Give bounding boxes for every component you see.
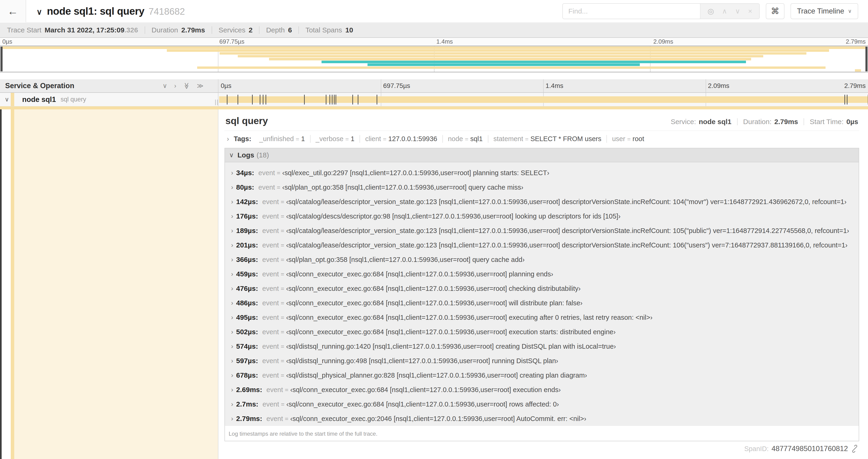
minimap-graph[interactable] bbox=[0, 46, 868, 72]
log-timestamp: 2.69ms: bbox=[236, 386, 262, 394]
minimap-scrubber-right-handle[interactable] bbox=[865, 47, 868, 71]
minimap-span-bar bbox=[855, 69, 861, 72]
log-event-value: ‹sql/exec_util.go:2297 [nsql1,client=127… bbox=[282, 169, 549, 177]
logs-accordion-header[interactable]: ∨ Logs (18) bbox=[225, 148, 859, 162]
log-timestamp: 459µs: bbox=[236, 270, 258, 278]
span-row-name-cell[interactable]: ∨ node sql1 sql query bbox=[0, 93, 218, 106]
tag-item: node=sql1 bbox=[442, 135, 488, 143]
log-entry-row[interactable]: ›2.69ms:event=‹sql/conn_executor_exec.go… bbox=[225, 383, 859, 397]
span-duration-bar[interactable] bbox=[219, 96, 868, 103]
chevron-right-icon[interactable]: › bbox=[228, 184, 236, 191]
log-event-key: event bbox=[262, 227, 279, 235]
log-entry-row[interactable]: ›2.7ms:event=‹sql/conn_executor_exec.go:… bbox=[225, 397, 859, 412]
duration-label: Duration: bbox=[743, 118, 772, 126]
back-button[interactable]: ← bbox=[0, 0, 26, 22]
collapse-one-icon[interactable]: ∨ bbox=[163, 83, 167, 89]
chevron-right-icon[interactable]: › bbox=[228, 386, 236, 393]
column-resizer-grip[interactable]: || bbox=[215, 98, 219, 106]
minimap-canvas[interactable] bbox=[2, 46, 866, 72]
collapse-trace-chevron-icon[interactable]: ∨ bbox=[36, 7, 42, 17]
chevron-right-icon: › bbox=[227, 135, 229, 143]
chevron-right-icon[interactable]: › bbox=[228, 256, 236, 263]
chevron-right-icon[interactable]: › bbox=[228, 299, 236, 307]
chevron-right-icon[interactable]: › bbox=[228, 270, 236, 278]
log-event-value: ‹sql/catalog/descs/descriptor.go:98 [nsq… bbox=[286, 212, 620, 220]
chevron-right-icon[interactable]: › bbox=[228, 342, 236, 350]
log-entry-row[interactable]: ›201µs:event=‹sql/catalog/lease/descript… bbox=[225, 238, 859, 252]
find-next-icon[interactable]: ∨ bbox=[735, 7, 740, 15]
service-operation-header: Service & Operation ∨ › ≫ ≫ bbox=[0, 79, 218, 93]
log-event-tick bbox=[263, 95, 264, 104]
keyboard-shortcuts-button[interactable]: ⌘ bbox=[766, 3, 784, 19]
find-input[interactable] bbox=[563, 4, 700, 19]
page-title: node sql1: sql query bbox=[47, 5, 145, 17]
log-entry-row[interactable]: ›502µs:event=‹sql/conn_executor_exec.go:… bbox=[225, 325, 859, 339]
chevron-right-icon[interactable]: › bbox=[228, 371, 236, 379]
log-entry-row[interactable]: ›142µs:event=‹sql/catalog/lease/descript… bbox=[225, 195, 859, 209]
log-equals: = bbox=[281, 372, 284, 379]
log-event-value: ‹sql/distsql_physical_planner.go:828 [ns… bbox=[286, 371, 587, 379]
chevron-right-icon[interactable]: › bbox=[228, 241, 236, 249]
divider bbox=[804, 118, 804, 125]
chevron-right-icon[interactable]: › bbox=[228, 328, 236, 336]
timeline-ruler: 0µs697.75µs1.4ms2.09ms2.79ms bbox=[218, 79, 868, 93]
chevron-right-icon[interactable]: › bbox=[228, 415, 236, 422]
view-selector-button[interactable]: Trace Timeline ∨ bbox=[790, 3, 858, 19]
log-entry-row[interactable]: ›574µs:event=‹sql/distsql_running.go:142… bbox=[225, 339, 859, 354]
log-entry-row[interactable]: ›366µs:event=‹sql/plan_opt.go:358 [nsql1… bbox=[225, 252, 859, 267]
log-event-value: ‹sql/conn_executor_exec.go:684 [nsql1,cl… bbox=[286, 299, 582, 307]
deep-link-icon[interactable] bbox=[851, 445, 859, 453]
log-entry-row[interactable]: ›80µs:event=‹sql/plan_opt.go:358 [nsql1,… bbox=[225, 180, 859, 195]
log-timestamp: 176µs: bbox=[236, 212, 258, 220]
find-clear-icon[interactable]: × bbox=[748, 7, 752, 15]
expand-one-icon[interactable]: › bbox=[174, 83, 176, 89]
log-timestamp: 495µs: bbox=[236, 314, 258, 321]
minimap-scrubber-left-handle[interactable] bbox=[0, 47, 3, 71]
span-collapse-chevron-icon[interactable]: ∨ bbox=[5, 96, 9, 103]
chevron-right-icon[interactable]: › bbox=[228, 212, 236, 220]
tag-key: user bbox=[612, 135, 625, 143]
log-entry-row[interactable]: ›597µs:event=‹sql/distsql_running.go:498… bbox=[225, 354, 859, 368]
log-entry-row[interactable]: ›459µs:event=‹sql/conn_executor_exec.go:… bbox=[225, 267, 859, 281]
log-entry-row[interactable]: ›189µs:event=‹sql/catalog/lease/descript… bbox=[225, 223, 859, 238]
log-event-value: ‹sql/distsql_running.go:1420 [nsql1,clie… bbox=[286, 342, 616, 350]
trace-title-wrap[interactable]: ∨ node sql1: sql query 7418682 bbox=[36, 5, 185, 17]
tags-accordion-header[interactable]: › Tags: _unfinished=1_verbose=1client=12… bbox=[224, 131, 859, 147]
chevron-right-icon[interactable]: › bbox=[228, 198, 236, 205]
log-equals: = bbox=[281, 357, 284, 365]
span-id-value: 4877749850101760812 bbox=[771, 445, 848, 453]
log-entry-row[interactable]: ›495µs:event=‹sql/conn_executor_exec.go:… bbox=[225, 310, 859, 325]
log-event-value: ‹sql/conn_executor_exec.go:2046 [nsql1,c… bbox=[290, 415, 586, 423]
chevron-right-icon[interactable]: › bbox=[228, 169, 236, 176]
ruler-label: 1.4ms bbox=[436, 38, 453, 45]
log-entry-row[interactable]: ›176µs:event=‹sql/catalog/descs/descript… bbox=[225, 209, 859, 223]
find-focus-icon[interactable]: ◎ bbox=[708, 7, 714, 15]
span-operation-name: sql query bbox=[61, 96, 86, 103]
tag-equals: = bbox=[627, 135, 631, 143]
log-event-key: event bbox=[262, 198, 279, 206]
log-timestamp: 142µs: bbox=[236, 198, 258, 206]
log-event-tick bbox=[326, 95, 327, 104]
chevron-right-icon[interactable]: › bbox=[228, 314, 236, 321]
log-event-key: event bbox=[262, 371, 279, 379]
tag-equals: = bbox=[345, 135, 349, 143]
find-prev-icon[interactable]: ∧ bbox=[722, 7, 727, 15]
log-entry-row[interactable]: ›678µs:event=‹sql/distsql_physical_plann… bbox=[225, 368, 859, 383]
chevron-right-icon[interactable]: › bbox=[228, 357, 236, 365]
total-spans-label: Total Spans bbox=[305, 26, 342, 34]
log-event-tick bbox=[336, 95, 336, 104]
tag-value: 1 bbox=[351, 135, 354, 143]
expand-all-icon[interactable]: ≫ bbox=[197, 83, 204, 89]
log-entry-row[interactable]: ›34µs:event=‹sql/exec_util.go:2297 [nsql… bbox=[225, 166, 859, 180]
log-entry-row[interactable]: ›476µs:event=‹sql/conn_executor_exec.go:… bbox=[225, 281, 859, 296]
timeline-gridline bbox=[706, 79, 706, 92]
service-value: node sql1 bbox=[699, 118, 732, 126]
chevron-right-icon[interactable]: › bbox=[228, 285, 236, 292]
ruler-label: 2.79ms bbox=[844, 82, 866, 90]
chevron-right-icon[interactable]: › bbox=[228, 400, 236, 408]
collapse-all-icon[interactable]: ≫ bbox=[183, 83, 190, 89]
log-entry-row[interactable]: ›2.79ms:event=‹sql/conn_executor_exec.go… bbox=[225, 412, 859, 426]
log-entry-row[interactable]: ›486µs:event=‹sql/conn_executor_exec.go:… bbox=[225, 296, 859, 310]
log-equals: = bbox=[277, 169, 280, 176]
chevron-right-icon[interactable]: › bbox=[228, 227, 236, 234]
